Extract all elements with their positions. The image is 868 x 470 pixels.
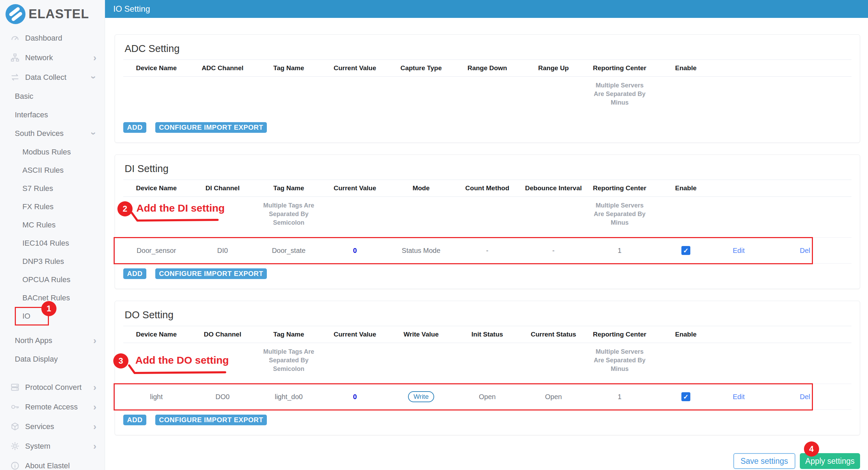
do-add-button[interactable]: ADD xyxy=(123,415,146,425)
sidebar-item-about-elastel[interactable]: About Elastel xyxy=(0,456,105,470)
column-header: Device Name xyxy=(123,331,189,338)
di-del-link[interactable]: Del xyxy=(800,247,810,254)
sidebar-item-remote-access[interactable]: Remote Access › xyxy=(0,397,105,417)
di-reporting-center: 1 xyxy=(587,247,653,255)
save-settings-button[interactable]: Save settings xyxy=(733,453,795,469)
section-title-di: DI Setting xyxy=(123,162,851,175)
sidebar-item-south-devices[interactable]: South Devices › xyxy=(0,124,105,143)
sidebar-item-bacnet-rules[interactable]: BACnet Rules xyxy=(0,289,105,307)
do-edit-link[interactable]: Edit xyxy=(733,393,744,400)
do-tag-name: light_do0 xyxy=(255,393,322,401)
di-configure-import-export-button[interactable]: CONFIGURE IMPORT EXPORT xyxy=(155,268,267,279)
sidebar-item-label: Protocol Convert xyxy=(25,383,82,392)
do-write-button[interactable]: Write xyxy=(408,391,434,402)
sidebar-item-mc-rules[interactable]: MC Rules xyxy=(0,216,105,234)
column-header: ADC Channel xyxy=(189,64,255,72)
sidebar-item-label: S7 Rules xyxy=(22,184,53,193)
column-header: Reporting Center xyxy=(587,184,653,192)
annotation-underline xyxy=(127,364,227,375)
sidebar-item-label: Network xyxy=(25,53,53,62)
adc-add-button[interactable]: ADD xyxy=(123,122,146,133)
sidebar-item-label: Modbus Rules xyxy=(22,148,71,157)
chevron-right-icon: › xyxy=(93,336,96,345)
di-enable-checkbox[interactable]: ✓ xyxy=(681,246,690,255)
section-title-do: DO Setting xyxy=(123,309,851,321)
sidebar-item-dashboard[interactable]: Dashboard xyxy=(0,28,105,48)
sidebar-item-interfaces[interactable]: Interfaces xyxy=(0,106,105,124)
di-table-row: Door_sensor DI0 Door_state 0 Status Mode… xyxy=(123,237,851,264)
chevron-down-icon: › xyxy=(88,76,98,79)
di-channel: DI0 xyxy=(189,247,255,255)
check-icon: ✓ xyxy=(683,393,689,401)
do-init-status: Open xyxy=(454,393,520,401)
sidebar-item-services[interactable]: Services › xyxy=(0,417,105,436)
annotation-highlight-box xyxy=(15,307,49,325)
adc-button-row: ADD CONFIGURE IMPORT EXPORT xyxy=(123,117,851,133)
main-area: IO Setting ADC Setting Device Name ADC C… xyxy=(105,0,868,470)
column-header: Current Value xyxy=(322,64,388,72)
column-header: Debounce Interval xyxy=(520,184,586,192)
di-add-button[interactable]: ADD xyxy=(123,268,146,279)
column-header: Count Method xyxy=(454,184,520,192)
servers-note: Multiple Servers Are Separated By Minus xyxy=(593,81,647,107)
di-mode: Status Mode xyxy=(388,247,454,255)
sidebar-item-protocol-convert[interactable]: Protocol Convert › xyxy=(0,377,105,397)
sidebar-item-label: System xyxy=(25,442,50,451)
sidebar-item-io[interactable]: IO 1 xyxy=(0,307,105,325)
sidebar-item-s7-rules[interactable]: S7 Rules xyxy=(0,179,105,197)
do-channel: DO0 xyxy=(189,393,255,401)
footer-actions: Save settings Apply settings 4 xyxy=(115,447,860,469)
chevron-right-icon: › xyxy=(93,441,96,451)
sidebar-item-label: Interfaces xyxy=(15,110,48,119)
sidebar-item-data-collect[interactable]: Data Collect › xyxy=(0,67,105,87)
sidebar-item-label: Remote Access xyxy=(25,403,78,412)
column-header: Tag Name xyxy=(255,331,322,338)
sidebar-item-opcua-rules[interactable]: OPCUA Rules xyxy=(0,270,105,289)
adc-configure-import-export-button[interactable]: CONFIGURE IMPORT EXPORT xyxy=(155,122,267,133)
di-tag-name: Door_state xyxy=(255,247,322,255)
column-header: Enable xyxy=(653,64,719,72)
apply-settings-label: Apply settings xyxy=(805,457,855,466)
annotation-step-3: 3 xyxy=(113,353,128,368)
chevron-right-icon: › xyxy=(93,53,96,63)
sidebar-item-ascii-rules[interactable]: ASCII Rules xyxy=(0,161,105,179)
sidebar: ELASTEL Dashboard Network › Data Collect… xyxy=(0,0,105,470)
sidebar-item-label: MC Rules xyxy=(22,221,56,229)
sidebar-item-north-apps[interactable]: North Apps › xyxy=(0,331,105,350)
do-table-row: light DO0 light_do0 0 Write Open Open 1 … xyxy=(123,384,851,410)
di-device-name: Door_sensor xyxy=(123,247,189,255)
logo: ELASTEL xyxy=(0,2,105,26)
sidebar-item-fx-rules[interactable]: FX Rules xyxy=(0,197,105,216)
sidebar-item-label: Data Display xyxy=(15,355,58,364)
gear-icon xyxy=(10,441,20,451)
sidebar-item-basic[interactable]: Basic xyxy=(0,87,105,106)
do-del-link[interactable]: Del xyxy=(800,393,810,400)
sidebar-item-label: Data Collect xyxy=(25,73,66,82)
sidebar-item-label: Basic xyxy=(15,92,33,101)
column-header: Device Name xyxy=(123,64,189,72)
sidebar-item-network[interactable]: Network › xyxy=(0,48,105,67)
annotation-step-2: 2 xyxy=(117,201,133,216)
do-enable-checkbox[interactable]: ✓ xyxy=(681,392,690,401)
section-title-adc: ADC Setting xyxy=(123,42,851,55)
logo-text: ELASTEL xyxy=(29,7,89,21)
apply-settings-button[interactable]: Apply settings 4 xyxy=(800,453,860,469)
sidebar-item-label: North Apps xyxy=(15,336,52,345)
sidebar-item-data-display[interactable]: Data Display xyxy=(0,350,105,368)
sidebar-item-system[interactable]: System › xyxy=(0,436,105,456)
chevron-down-icon: › xyxy=(88,132,98,135)
annotation-di-text: Add the DI setting xyxy=(136,202,225,214)
sidebar-item-modbus-rules[interactable]: Modbus Rules xyxy=(0,143,105,161)
di-note-row: Multiple Tags Are Separated By Semicolon… xyxy=(123,197,851,237)
sidebar-item-iec104-rules[interactable]: IEC104 Rules xyxy=(0,234,105,252)
column-header: Tag Name xyxy=(255,64,322,72)
column-header: Range Up xyxy=(520,64,586,72)
servers-note: Multiple Servers Are Separated By Minus xyxy=(593,201,647,227)
di-edit-link[interactable]: Edit xyxy=(733,247,744,254)
do-configure-import-export-button[interactable]: CONFIGURE IMPORT EXPORT xyxy=(155,415,267,425)
sidebar-item-dnp3-rules[interactable]: DNP3 Rules xyxy=(0,252,105,270)
adc-note-row: Multiple Servers Are Separated By Minus xyxy=(123,77,851,117)
check-icon: ✓ xyxy=(683,247,689,255)
server-stack-icon xyxy=(10,383,20,392)
di-debounce-interval: - xyxy=(520,247,586,255)
